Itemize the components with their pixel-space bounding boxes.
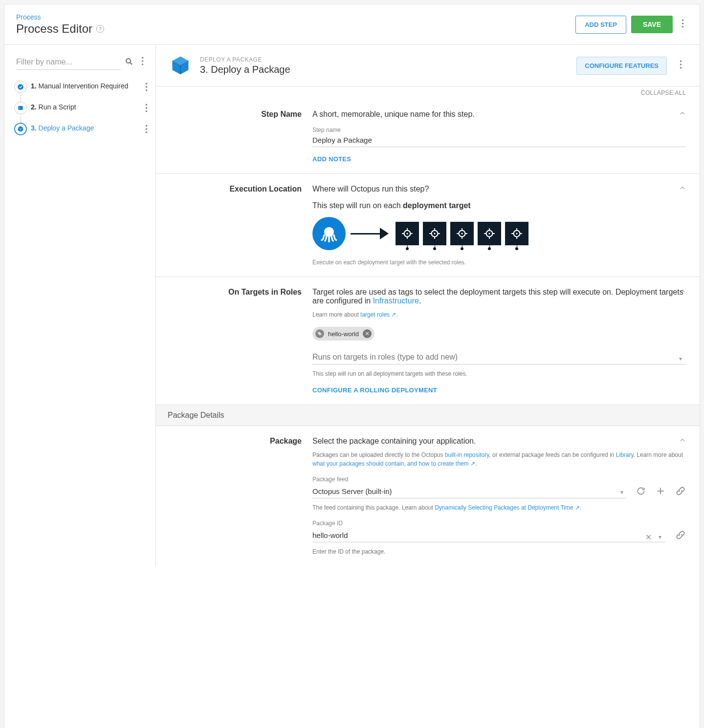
collapse-icon[interactable] xyxy=(679,288,686,296)
section-label-roles: On Targets in Roles xyxy=(170,288,302,394)
role-chip: hello-world ✕ xyxy=(312,327,374,341)
link-icon[interactable] xyxy=(675,486,686,498)
svg-point-10 xyxy=(146,86,148,88)
dynamic-packages-link[interactable]: Dynamically Selecting Packages at Deploy… xyxy=(435,504,573,511)
step-label: Deploy a Package xyxy=(39,124,94,132)
dropdown-icon[interactable]: ▼ xyxy=(658,535,662,540)
package-feed-select[interactable] xyxy=(312,485,626,498)
svg-point-14 xyxy=(146,107,148,109)
infrastructure-link[interactable]: Infrastructure xyxy=(373,297,419,305)
step-item-3[interactable]: 3. Deploy a Package xyxy=(14,120,155,141)
filter-input[interactable] xyxy=(16,55,121,70)
svg-point-28 xyxy=(461,233,462,234)
save-button[interactable]: SAVE xyxy=(631,16,673,33)
library-link[interactable]: Library xyxy=(616,451,634,458)
search-icon[interactable] xyxy=(125,57,133,67)
target-roles-link[interactable]: target roles xyxy=(360,311,390,318)
external-link-icon[interactable]: ↗ xyxy=(391,311,396,318)
execution-desc: Where will Octopus run this step? xyxy=(312,185,686,193)
pkgid-label: Package ID xyxy=(312,520,686,527)
roles-helper: This step will run on all deployment tar… xyxy=(312,369,686,378)
svg-point-33 xyxy=(318,332,319,333)
feed-label: Package feed xyxy=(312,476,686,483)
step-label: Run a Script xyxy=(39,103,76,111)
svg-point-15 xyxy=(146,110,148,112)
header-overflow-icon[interactable] xyxy=(678,17,688,32)
collapse-icon[interactable] xyxy=(679,185,686,193)
svg-point-30 xyxy=(488,233,490,234)
collapse-icon[interactable] xyxy=(679,437,686,445)
step-badge-script-icon xyxy=(14,102,27,114)
help-icon[interactable]: ? xyxy=(96,25,104,33)
rolling-deployment-button[interactable]: CONFIGURE A ROLLING DEPLOYMENT xyxy=(312,386,437,394)
svg-point-21 xyxy=(680,66,682,68)
svg-point-11 xyxy=(146,89,148,91)
roles-learn-prefix: Learn more about xyxy=(312,311,360,318)
step-name-input[interactable] xyxy=(312,133,686,147)
packages-guide-link[interactable]: what your packages should contain, and h… xyxy=(312,460,469,467)
dropdown-icon[interactable]: ▼ xyxy=(678,356,683,362)
section-label-package: Package xyxy=(170,437,302,556)
add-step-button[interactable]: ADD STEP xyxy=(575,16,626,34)
step-heading: 3. Deploy a Package xyxy=(200,64,568,75)
package-details-header: Package Details xyxy=(156,405,700,426)
external-link-icon[interactable]: ↗ xyxy=(575,504,580,511)
remove-chip-icon[interactable]: ✕ xyxy=(363,329,372,338)
step-header-overflow-icon[interactable] xyxy=(676,58,686,73)
role-chip-label: hello-world xyxy=(328,330,359,338)
step-item-2[interactable]: 2. Run a Script xyxy=(14,99,155,120)
step-badge-manual-icon xyxy=(14,81,27,93)
add-notes-button[interactable]: ADD NOTES xyxy=(312,155,351,163)
package-help-c: . Learn more about xyxy=(634,451,683,458)
step-item-1[interactable]: 1. Manual Intervention Required xyxy=(14,78,155,99)
feed-help-a: The feed containing this package. Learn … xyxy=(312,504,435,511)
clear-icon[interactable]: ✕ xyxy=(645,533,652,542)
target-icon xyxy=(423,222,446,245)
configure-features-button[interactable]: CONFIGURE FEATURES xyxy=(576,57,667,75)
builtin-repo-link[interactable]: built-in repository xyxy=(445,451,489,458)
step-overflow-icon[interactable] xyxy=(141,102,152,117)
step-overflow-icon[interactable] xyxy=(141,123,152,138)
step-num: 1. xyxy=(31,82,37,90)
package-help-a: Packages can be uploaded directly to the… xyxy=(312,451,445,458)
pkgid-help: Enter the ID of the package. xyxy=(312,547,686,556)
package-id-input[interactable] xyxy=(312,529,665,542)
svg-point-22 xyxy=(324,227,334,237)
svg-point-6 xyxy=(142,60,144,62)
breadcrumb[interactable]: Process xyxy=(16,13,104,21)
step-label: Manual Intervention Required xyxy=(39,82,129,90)
target-icon xyxy=(450,222,474,245)
execution-caption: Execute on each deployment target with t… xyxy=(312,259,686,266)
add-icon[interactable] xyxy=(656,486,665,497)
execution-sentence-prefix: This step will run on each xyxy=(312,201,403,210)
svg-point-5 xyxy=(142,57,144,59)
tag-icon xyxy=(315,329,324,338)
svg-point-19 xyxy=(680,60,682,62)
section-label-execution: Execution Location xyxy=(170,185,302,266)
step-eyebrow: DEPLOY A PACKAGE xyxy=(200,56,568,63)
svg-point-1 xyxy=(682,22,684,24)
svg-point-18 xyxy=(146,131,148,133)
svg-point-20 xyxy=(680,64,682,65)
refresh-icon[interactable] xyxy=(636,486,646,497)
roles-input[interactable] xyxy=(312,350,686,364)
svg-point-26 xyxy=(434,233,435,234)
sidebar-overflow-icon[interactable] xyxy=(137,55,148,70)
svg-point-17 xyxy=(146,128,148,130)
svg-point-32 xyxy=(516,233,517,234)
target-icon xyxy=(478,222,501,245)
collapse-icon[interactable] xyxy=(679,110,686,118)
link-icon[interactable] xyxy=(675,530,686,542)
stepname-field-label: Step name xyxy=(312,127,686,133)
target-icon xyxy=(505,222,528,245)
svg-point-2 xyxy=(682,25,684,27)
svg-line-4 xyxy=(130,63,132,64)
collapse-all-link[interactable]: COLLAPSE ALL xyxy=(156,86,700,99)
execution-sentence-bold: deployment target xyxy=(403,201,471,210)
section-label-stepname: Step Name xyxy=(170,110,302,163)
step-overflow-icon[interactable] xyxy=(141,81,152,96)
external-link-icon[interactable]: ↗ xyxy=(470,460,475,467)
svg-point-0 xyxy=(682,19,684,21)
svg-rect-12 xyxy=(18,106,22,110)
package-help-b: , or external package feeds can be confi… xyxy=(489,451,616,458)
